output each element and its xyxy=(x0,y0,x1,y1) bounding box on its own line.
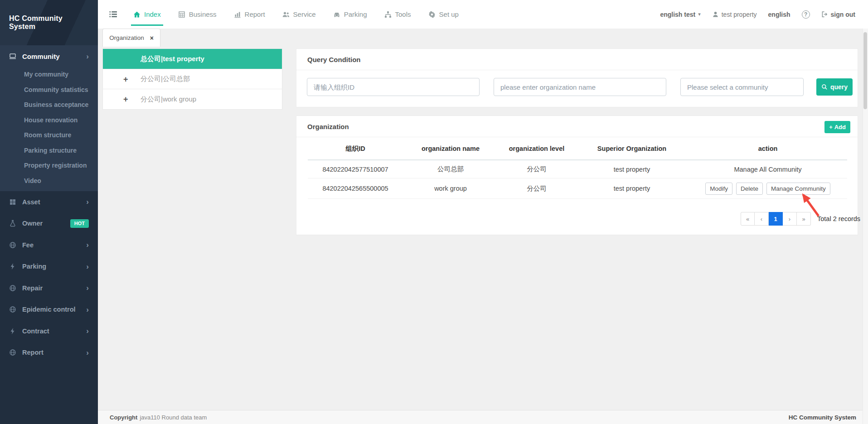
cell-org-level: 分公司 xyxy=(498,184,575,193)
table-icon xyxy=(178,11,185,18)
panel-title: Query Condition xyxy=(296,49,858,70)
tree-item-root[interactable]: 总公司|test property xyxy=(103,49,282,69)
cell-superior: test property xyxy=(575,166,689,173)
page-next-button[interactable]: › xyxy=(783,212,797,226)
sidebar-item-business-acceptance[interactable]: Business acceptance xyxy=(0,97,98,113)
globe-icon xyxy=(9,284,16,292)
tree-item-label: 分公司|公司总部 xyxy=(141,75,190,83)
sidebar-item-fee[interactable]: Fee › xyxy=(0,234,98,256)
sidebar-item-parking-structure[interactable]: Parking structure xyxy=(0,143,98,159)
sidebar-item-label: Report xyxy=(22,349,44,356)
cell-superior: test property xyxy=(575,185,689,192)
page-prev-button[interactable]: ‹ xyxy=(755,212,769,226)
panel-title: Organization xyxy=(296,116,858,137)
query-button[interactable]: query xyxy=(816,78,853,96)
nav-label: Report xyxy=(245,10,265,18)
sidebar-item-property-registration[interactable]: Property registration xyxy=(0,158,98,173)
organization-panel: Organization + Add 组织ID organization nam… xyxy=(296,116,858,235)
page-last-button[interactable]: » xyxy=(797,212,811,226)
home-icon xyxy=(133,11,141,18)
sitemap-icon xyxy=(384,11,392,18)
bolt-icon xyxy=(9,263,16,270)
expand-plus-icon[interactable]: + xyxy=(123,95,130,103)
chevron-right-icon: › xyxy=(86,349,89,357)
col-header-org-name: organization name xyxy=(403,145,498,152)
sign-out-icon xyxy=(821,11,828,18)
sidebar-item-epidemic-control[interactable]: Epidemic control › xyxy=(0,299,98,321)
tab-organization[interactable]: Organization × xyxy=(102,29,160,47)
hot-badge: HOT xyxy=(70,219,89,228)
sidebar-item-label: Repair xyxy=(22,284,43,292)
cell-org-name: 公司总部 xyxy=(403,165,498,173)
chevron-right-icon: › xyxy=(86,241,89,249)
footer: Copyright java110 Round data team HC Com… xyxy=(98,410,868,424)
expand-plus-icon[interactable]: + xyxy=(123,75,130,83)
total-records-label: Total 2 records xyxy=(817,215,860,222)
col-header-superior: Superior Organization xyxy=(575,145,689,152)
grid-icon xyxy=(9,198,16,206)
help-icon[interactable]: ? xyxy=(802,10,810,19)
manage-community-button[interactable]: Manage Community xyxy=(766,183,830,195)
sidebar-item-owner[interactable]: Owner HOT xyxy=(0,213,98,235)
sidebar-item-label: Owner xyxy=(22,220,43,227)
scrollbar-thumb[interactable] xyxy=(863,32,867,109)
sidebar-item-repair[interactable]: Repair › xyxy=(0,277,98,299)
sidebar-item-asset[interactable]: Asset › xyxy=(0,191,98,213)
bolt-icon xyxy=(9,328,16,335)
top-header: Index Business Report Service Parking xyxy=(98,0,868,29)
modify-button[interactable]: Modify xyxy=(705,183,732,195)
org-id-input[interactable] xyxy=(307,78,480,96)
organization-table: 组织ID organization name organization leve… xyxy=(308,138,847,199)
org-name-input[interactable] xyxy=(494,78,666,96)
table-row: 842022042565500005 work group 分公司 test p… xyxy=(308,178,847,199)
caret-down-icon: ▾ xyxy=(698,11,701,17)
tab-parking[interactable]: Parking xyxy=(325,0,376,29)
tab-business[interactable]: Business xyxy=(170,0,225,29)
sidebar-item-video[interactable]: Video xyxy=(0,173,98,189)
delete-button[interactable]: Delete xyxy=(736,183,763,195)
sidebar-item-room-structure[interactable]: Room structure xyxy=(0,128,98,143)
car-icon xyxy=(333,11,340,18)
cell-actions: Modify Delete Manage Community xyxy=(689,183,847,195)
sidebar-item-report[interactable]: Report › xyxy=(0,342,98,364)
chevron-right-icon: › xyxy=(86,263,89,270)
chevron-right-icon: › xyxy=(86,306,89,313)
chevron-right-icon: › xyxy=(86,284,89,292)
tree-item-branch-hq[interactable]: + 分公司|公司总部 xyxy=(103,69,282,89)
community-switcher-dropdown[interactable]: english test ▾ xyxy=(660,11,700,18)
nav-label: Parking xyxy=(344,10,367,18)
chevron-right-icon: › xyxy=(86,198,89,206)
sidebar-item-label: Community xyxy=(22,53,60,60)
current-user-label: test property xyxy=(722,11,757,18)
scrollbar-track[interactable] xyxy=(863,29,868,424)
sidebar-item-contract[interactable]: Contract › xyxy=(0,320,98,342)
tab-index[interactable]: Index xyxy=(125,0,170,29)
current-user[interactable]: test property xyxy=(712,11,757,18)
tab-service[interactable]: Service xyxy=(274,0,325,29)
page-1-button[interactable]: 1 xyxy=(769,212,783,226)
tree-item-label: 分公司|work group xyxy=(141,95,196,104)
sign-out-button[interactable]: sign out xyxy=(821,11,855,18)
sidebar-item-my-community[interactable]: My community xyxy=(0,67,98,82)
tab-tools[interactable]: Tools xyxy=(376,0,420,29)
tree-item-branch-workgroup[interactable]: + 分公司|work group xyxy=(103,89,282,109)
gear-icon xyxy=(428,11,436,18)
tab-set-up[interactable]: Set up xyxy=(420,0,467,29)
language-switcher[interactable]: english xyxy=(768,11,790,18)
nav-label: Tools xyxy=(395,10,411,18)
page-first-button[interactable]: « xyxy=(741,212,755,226)
cell-action-text: Manage All Community xyxy=(689,166,847,173)
menu-toggle-icon[interactable] xyxy=(109,10,117,18)
close-icon[interactable]: × xyxy=(150,34,154,42)
globe-icon xyxy=(9,306,16,313)
community-select-input[interactable] xyxy=(680,78,804,96)
app-logo: HC Community System xyxy=(0,0,98,45)
sidebar-item-community-statistics[interactable]: Community statistics xyxy=(0,82,98,98)
sidebar-item-house-renovation[interactable]: House renovation xyxy=(0,113,98,128)
tab-report[interactable]: Report xyxy=(225,0,274,29)
cell-org-id: 842022042565500005 xyxy=(308,185,403,192)
sidebar-item-community[interactable]: Community › xyxy=(0,45,98,67)
sign-out-label: sign out xyxy=(831,11,855,18)
add-button[interactable]: + Add xyxy=(824,121,850,133)
sidebar-item-parking[interactable]: Parking › xyxy=(0,256,98,278)
